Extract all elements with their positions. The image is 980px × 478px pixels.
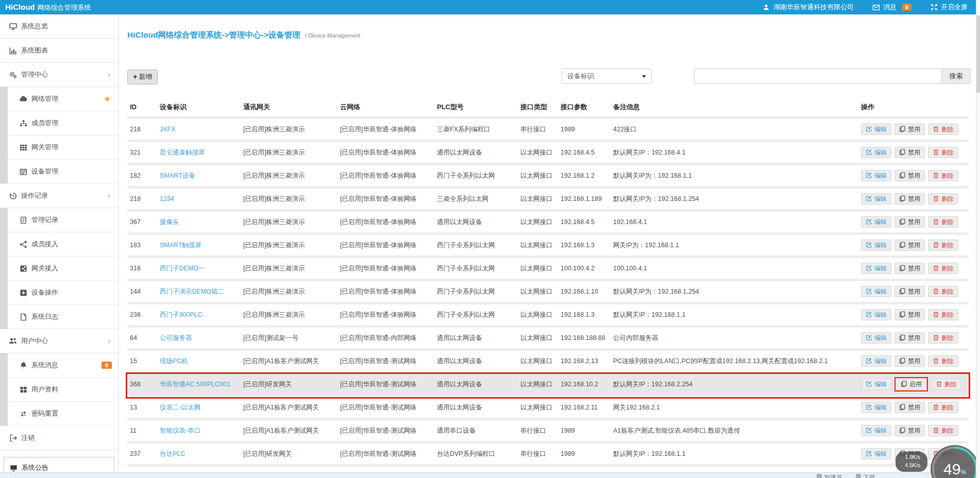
cell-iface: 串行接口 bbox=[518, 426, 558, 435]
breadcrumb-subtitle: / Device Management bbox=[305, 32, 360, 39]
breadcrumb-path[interactable]: HiCloud网络综合管理系统->管理中心->设备管理 bbox=[127, 30, 300, 39]
sidebar-item-member-access[interactable]: 成员接入 bbox=[0, 232, 118, 257]
delete-button[interactable]: 删除 bbox=[928, 193, 958, 204]
sidebar-item-device-management[interactable]: 设备管理 bbox=[0, 160, 118, 184]
device-link[interactable]: JXFX bbox=[160, 126, 176, 133]
disable-button[interactable]: 禁用 bbox=[894, 425, 925, 436]
user-icon bbox=[763, 4, 770, 11]
disable-button[interactable]: 禁用 bbox=[894, 286, 925, 297]
disable-button[interactable]: 禁用 bbox=[894, 355, 925, 367]
sidebar-item-password-reset[interactable]: 密码重置 bbox=[0, 402, 118, 426]
fullscreen-button[interactable]: 开启全屏 bbox=[930, 3, 968, 12]
edit-button[interactable]: 编辑 bbox=[861, 263, 891, 274]
disable-button[interactable]: 禁用 bbox=[894, 216, 925, 228]
scrollbar-thumb[interactable] bbox=[976, 15, 980, 93]
device-link[interactable]: 现场PC机 bbox=[160, 357, 188, 365]
sidebar-item-system-charts[interactable]: 系统图表 bbox=[0, 39, 118, 63]
edit-button[interactable]: 编辑 bbox=[861, 402, 891, 413]
sidebar-item-user-center[interactable]: 用户中心› bbox=[0, 329, 118, 353]
scrollbar[interactable] bbox=[976, 0, 980, 478]
delete-button[interactable]: 删除 bbox=[928, 309, 958, 320]
disable-button[interactable]: 禁用 bbox=[894, 193, 925, 204]
delete-button[interactable]: 删除 bbox=[928, 170, 958, 181]
delete-button[interactable]: 删除 bbox=[928, 147, 958, 158]
disable-button[interactable]: 禁用 bbox=[894, 147, 925, 158]
delete-button[interactable]: 删除 bbox=[928, 425, 958, 436]
device-link[interactable]: 西门子DEMO一 bbox=[160, 265, 205, 272]
sidebar-item-device-operation[interactable]: 设备操作 bbox=[0, 281, 118, 305]
filter-select-value: 设备标识 bbox=[567, 72, 594, 81]
edit-button[interactable]: 编辑 bbox=[861, 286, 891, 297]
add-device-button[interactable]: + 新增 bbox=[127, 70, 158, 84]
edit-button-label: 编辑 bbox=[874, 265, 887, 272]
edit-button[interactable]: 编辑 bbox=[861, 216, 891, 228]
messages-menu[interactable]: 消息 0 bbox=[872, 3, 911, 12]
bottom-bar-item[interactable]: 下载 bbox=[856, 473, 875, 478]
disable-button[interactable]: 禁用 bbox=[894, 263, 925, 274]
sidebar-item-system-log[interactable]: 系统日志 bbox=[0, 305, 118, 329]
device-link[interactable]: 西门子300PLC bbox=[160, 311, 202, 318]
disable-button[interactable]: 禁用 bbox=[894, 402, 925, 413]
edit-button[interactable]: 编辑 bbox=[861, 448, 891, 459]
edit-button[interactable]: 编辑 bbox=[861, 355, 891, 367]
sidebar-item-management-records[interactable]: 管理记录 bbox=[0, 208, 118, 232]
sidebar-item-system-messages[interactable]: 系统消息0 bbox=[0, 353, 118, 378]
delete-button[interactable]: 删除 bbox=[928, 124, 958, 135]
edit-button[interactable]: 编辑 bbox=[861, 425, 891, 436]
device-link[interactable]: 西门子演示DEMO箱二 bbox=[160, 288, 224, 295]
sidebar-item-gateway-access[interactable]: 网关接入 bbox=[0, 257, 118, 281]
edit-button[interactable]: 编辑 bbox=[861, 193, 891, 204]
device-link[interactable]: SMART设备 bbox=[160, 172, 195, 179]
sidebar-item-logout[interactable]: 注销 bbox=[0, 426, 118, 450]
sidebar-item-label: 注销 bbox=[21, 433, 35, 442]
edit-button[interactable]: 编辑 bbox=[861, 379, 891, 390]
edit-button[interactable]: 编辑 bbox=[861, 240, 891, 251]
delete-button[interactable]: 删除 bbox=[928, 240, 958, 251]
delete-button[interactable]: 删除 bbox=[928, 402, 958, 413]
search-button[interactable]: 搜索 bbox=[941, 69, 971, 84]
device-link[interactable]: SMART触摸屏 bbox=[160, 242, 201, 249]
filter-select[interactable]: 设备标识 bbox=[562, 69, 652, 84]
delete-button[interactable]: 删除 bbox=[928, 332, 958, 344]
disable-button[interactable]: 禁用 bbox=[894, 332, 925, 344]
edit-button[interactable]: 编辑 bbox=[861, 170, 891, 181]
sidebar-item-gateway-management[interactable]: 网关管理 bbox=[0, 135, 118, 160]
reset-icon bbox=[19, 409, 27, 418]
sidebar-item-user-profile[interactable]: 用户资料 bbox=[0, 378, 118, 402]
company-menu[interactable]: 湖南华辰智通科技有限公司 bbox=[763, 3, 854, 12]
delete-button[interactable]: 删除 bbox=[928, 286, 958, 297]
device-link[interactable]: 仪表二-以太网 bbox=[160, 404, 200, 411]
cell-name: 现场PC机 bbox=[157, 357, 241, 366]
sidebar-item-system-overview[interactable]: 系统总览 bbox=[0, 14, 118, 39]
edit-button[interactable]: 编辑 bbox=[861, 309, 891, 320]
sidebar-item-management-center[interactable]: 管理中心› bbox=[0, 63, 118, 87]
device-link[interactable]: 智能仪表-串口 bbox=[160, 427, 200, 434]
edit-button[interactable]: 编辑 bbox=[861, 124, 891, 135]
sidebar-item-member-management[interactable]: 成员管理 bbox=[0, 111, 118, 135]
sidebar-item-operation-records[interactable]: 操作记录› bbox=[0, 184, 118, 208]
disable-button[interactable]: 禁用 bbox=[894, 309, 925, 320]
delete-button[interactable]: 删除 bbox=[928, 216, 958, 228]
delete-button[interactable]: 删除 bbox=[928, 263, 958, 274]
disable-button[interactable]: 禁用 bbox=[894, 240, 925, 251]
device-link[interactable]: 华辰智通AC 500PLC001 bbox=[160, 381, 230, 388]
edit-button[interactable]: 编辑 bbox=[861, 332, 891, 344]
disable-button[interactable]: 禁用 bbox=[894, 124, 925, 135]
delete-button-label: 删除 bbox=[941, 311, 954, 318]
device-link[interactable]: 台达PLC bbox=[160, 450, 185, 457]
delete-button[interactable]: 删除 bbox=[928, 355, 958, 367]
delete-button[interactable]: 删除 bbox=[931, 379, 961, 390]
delete-button-label: 删除 bbox=[941, 427, 954, 434]
device-link[interactable]: 昆仑通泰触摸屏 bbox=[160, 149, 205, 156]
sidebar-item-network-management[interactable]: 网络管理★ bbox=[0, 87, 118, 111]
device-link[interactable]: 摄像头 bbox=[160, 218, 179, 226]
percent-overlay-widget[interactable]: 49 % bbox=[931, 445, 979, 478]
edit-button[interactable]: 编辑 bbox=[861, 147, 891, 158]
search-input[interactable] bbox=[694, 69, 941, 84]
enable-button[interactable]: 启用 bbox=[896, 379, 926, 390]
device-link[interactable]: 公司服务器 bbox=[160, 334, 192, 342]
sidebar-item-label: 系统消息 bbox=[31, 361, 58, 370]
device-link[interactable]: 1234 bbox=[160, 195, 174, 202]
bottom-bar-item[interactable]: 加速器 bbox=[817, 473, 842, 478]
disable-button[interactable]: 禁用 bbox=[894, 170, 925, 181]
